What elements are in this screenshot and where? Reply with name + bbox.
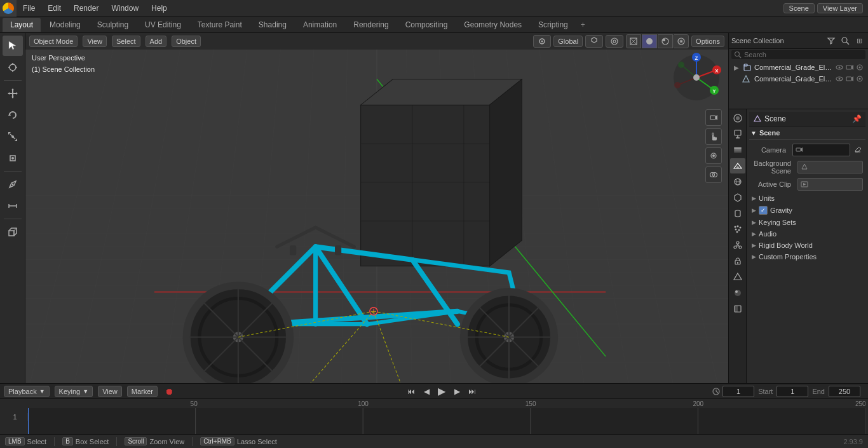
timeline-ruler[interactable]: 50 100 150 200 250 (28, 399, 865, 434)
prop-shading-btn[interactable] (730, 301, 745, 316)
current-frame-input[interactable] (722, 386, 754, 397)
prop-output-btn[interactable] (730, 126, 745, 142)
timeline-track-area[interactable] (28, 408, 865, 434)
tool-add-cube[interactable] (3, 222, 23, 242)
snap-btn[interactable] (585, 35, 603, 48)
solid-shade-btn[interactable] (642, 34, 657, 48)
tab-texture-paint[interactable]: Texture Paint (190, 18, 250, 32)
view-layer-selector[interactable]: View Layer (817, 3, 863, 13)
keying-sets-section[interactable]: ▶ Keying Sets (749, 217, 865, 228)
camera-edit-btn[interactable] (853, 145, 863, 155)
tab-sculpting[interactable]: Sculpting (90, 18, 136, 32)
tab-compositing[interactable]: Compositing (398, 18, 456, 32)
transform-orientation-btn[interactable]: Global (553, 36, 583, 47)
play-btn[interactable]: ▶ (435, 385, 448, 398)
prop-material-btn[interactable] (730, 285, 745, 301)
navigation-gizmo[interactable]: X Y Z (671, 52, 722, 103)
prop-modifier-btn[interactable] (730, 206, 745, 221)
outliner-sort-btn[interactable]: ⊞ (853, 34, 865, 47)
tab-uv-editing[interactable]: UV Editing (137, 18, 189, 32)
add-menu[interactable]: Add (146, 36, 167, 47)
object-menu[interactable]: Object (172, 36, 201, 47)
prop-object-btn[interactable] (730, 190, 745, 205)
rigid-body-section[interactable]: ▶ Rigid Body World (749, 240, 865, 251)
add-workspace-tab[interactable]: + (577, 20, 589, 29)
outliner-item-mesh[interactable]: Commercial_Grade_Elect (729, 73, 868, 85)
overlay-btn[interactable] (705, 166, 722, 183)
view-menu[interactable]: View (83, 36, 107, 47)
render-icon-mesh[interactable] (855, 74, 864, 83)
pin-button[interactable]: 📌 (852, 114, 862, 123)
prev-frame-btn[interactable]: ◀ (420, 385, 433, 398)
render-icon-collection[interactable] (855, 63, 864, 72)
gravity-section[interactable]: ▶ Gravity (749, 204, 865, 217)
camera-value[interactable] (792, 144, 850, 156)
prop-render-btn[interactable] (730, 111, 745, 126)
playback-dropdown[interactable]: Playback ▼ (4, 386, 50, 397)
tab-animation[interactable]: Animation (295, 18, 344, 32)
tab-scripting[interactable]: Scripting (531, 18, 576, 32)
tool-move[interactable] (3, 83, 23, 104)
tab-shading[interactable]: Shading (251, 18, 294, 32)
tab-geometry-nodes[interactable]: Geometry Nodes (456, 18, 529, 32)
tool-annotate[interactable] (3, 174, 23, 194)
scene-selector[interactable]: Scene (783, 3, 815, 13)
tab-layout[interactable]: Layout (3, 18, 41, 32)
render-shade-btn[interactable] (674, 34, 689, 48)
prop-particles-btn[interactable] (730, 222, 745, 237)
object-mode-dropdown[interactable]: Object Mode (29, 36, 78, 47)
material-shade-btn[interactable] (658, 34, 673, 48)
next-frame-btn[interactable]: ▶ (451, 385, 463, 398)
outliner-search-icon-btn[interactable] (839, 34, 851, 47)
menu-window[interactable]: Window (105, 0, 145, 16)
marker-dropdown[interactable]: Marker (127, 386, 158, 397)
tab-rendering[interactable]: Rendering (346, 18, 396, 32)
view-dropdown[interactable]: View (98, 386, 122, 397)
eye-icon-collection[interactable] (835, 63, 844, 72)
viewport-options-btn[interactable]: Options (691, 36, 724, 47)
prop-scene-btn[interactable] (730, 158, 745, 173)
units-section[interactable]: ▶ Units (749, 193, 865, 204)
tab-modeling[interactable]: Modeling (42, 18, 88, 32)
tool-cursor[interactable] (3, 57, 23, 78)
camera-icon-mesh[interactable] (845, 74, 854, 83)
tool-rotate[interactable] (3, 105, 23, 125)
prop-physics-btn[interactable] (730, 238, 745, 253)
tool-scale[interactable] (3, 126, 23, 147)
tool-transform[interactable] (3, 148, 23, 168)
transform-pivot-btn[interactable] (533, 35, 551, 48)
record-btn[interactable]: ⏺ (163, 385, 175, 398)
prop-data-btn[interactable] (730, 269, 745, 285)
outliner-filter-btn[interactable] (825, 34, 837, 47)
menu-help[interactable]: Help (145, 0, 173, 16)
camera-icon-collection[interactable] (845, 63, 854, 72)
menu-file[interactable]: File (17, 0, 41, 16)
menu-edit[interactable]: Edit (41, 0, 67, 16)
scene-section-header[interactable]: ▼ Scene (749, 126, 865, 140)
outliner-search-input[interactable] (742, 51, 863, 58)
camera-view-btn[interactable] (705, 109, 722, 126)
select-menu[interactable]: Select (112, 36, 140, 47)
end-frame-input[interactable] (829, 386, 860, 397)
timeline-body[interactable]: 1 50 100 150 200 250 (0, 399, 868, 434)
proportional-btn[interactable] (606, 35, 623, 48)
outliner-item-collection[interactable]: ▶ Commercial_Grade_Electric_T (729, 62, 868, 73)
audio-section[interactable]: ▶ Audio (749, 228, 865, 240)
active-clip-value[interactable] (797, 178, 863, 191)
start-frame-input[interactable] (776, 386, 808, 397)
keying-dropdown[interactable]: Keying ▼ (55, 386, 93, 397)
jump-start-btn[interactable]: ⏮ (405, 385, 417, 398)
3d-viewport[interactable]: Object Mode View Select Add Object Globa… (25, 33, 728, 383)
menu-render[interactable]: Render (67, 0, 105, 16)
tool-measure[interactable] (3, 196, 23, 216)
background-scene-value[interactable] (797, 161, 863, 173)
pan-btn[interactable] (705, 128, 722, 145)
wireframe-shade-btn[interactable] (626, 34, 641, 48)
tool-select[interactable] (3, 36, 23, 56)
prop-constraints-btn[interactable] (730, 254, 745, 269)
prop-world-btn[interactable] (730, 174, 745, 189)
custom-props-section[interactable]: ▶ Custom Properties (749, 251, 865, 262)
eye-icon-mesh[interactable] (835, 74, 844, 83)
prop-view-layer-btn[interactable] (730, 142, 745, 158)
jump-end-btn[interactable]: ⏭ (466, 385, 478, 398)
